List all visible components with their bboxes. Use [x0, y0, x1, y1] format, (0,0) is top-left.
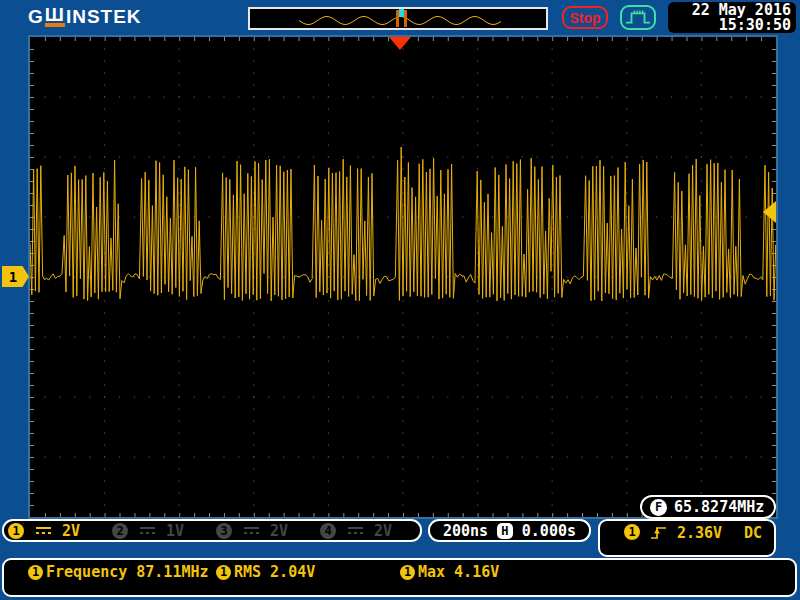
- logo-g: G: [28, 6, 44, 28]
- rising-edge-icon: [650, 524, 667, 541]
- channel-3-badge: 3: [216, 523, 232, 539]
- measurement-bar: 1 Frequency 87.11MHz 1 RMS 2.04V 1 Max 4…: [2, 558, 797, 597]
- logo-instek: INSTEK: [66, 6, 142, 28]
- timebase-scale: 200ns: [443, 522, 488, 540]
- burst-pulse-icon: [625, 9, 651, 27]
- channel-status-bar: 1 2V 2 1V 3 2V 4 2V: [2, 519, 422, 542]
- measurement-label: Frequency: [46, 563, 127, 581]
- frequency-counter-value: 65.8274MHz: [674, 498, 764, 516]
- measurement-label: RMS: [234, 563, 261, 581]
- channel-4-status[interactable]: 4 2V: [320, 522, 402, 539]
- preview-trigger-marker: [399, 9, 404, 17]
- horizontal-main-icon: H: [497, 523, 513, 539]
- time-text: 15:30:50: [673, 18, 791, 33]
- preview-window-right-bracket: [404, 10, 407, 27]
- trigger-status[interactable]: 1 2.36V DC: [598, 519, 776, 557]
- measurement-source-badge: 1: [28, 565, 43, 580]
- horizontal-position: 0.000s: [522, 522, 576, 540]
- timebase-status[interactable]: 200ns H 0.000s: [428, 519, 591, 542]
- stop-button[interactable]: Stop: [562, 6, 608, 29]
- waveform-trace: [30, 37, 776, 517]
- dc-coupling-icon: [348, 527, 363, 534]
- channel-2-badge: 2: [112, 523, 128, 539]
- channel-1-scale: 2V: [62, 522, 90, 540]
- channel-4-badge: 4: [320, 523, 336, 539]
- measurement-frequency: 1 Frequency 87.11MHz: [28, 563, 209, 581]
- dc-coupling-icon: [140, 527, 155, 534]
- trigger-coupling: DC: [744, 524, 762, 542]
- dc-coupling-icon: [244, 527, 259, 534]
- frequency-counter-icon: F: [650, 499, 667, 516]
- gwinstek-logo: GШINSTEK: [28, 6, 142, 28]
- datetime-display: 22 May 2016 15:30:50: [668, 2, 796, 33]
- channel-3-status[interactable]: 3 2V: [216, 522, 298, 539]
- measurement-label: Max: [418, 563, 445, 581]
- measurement-value: 87.11MHz: [136, 563, 208, 581]
- trigger-type-button[interactable]: [620, 5, 656, 30]
- channel1-ground-marker[interactable]: 1: [2, 266, 29, 287]
- waveform-display-area: [30, 37, 776, 517]
- measurement-value: 4.16V: [454, 563, 499, 581]
- dc-coupling-icon: [36, 527, 51, 534]
- frequency-counter: F 65.8274MHz: [640, 495, 776, 519]
- channel-4-scale: 2V: [374, 522, 402, 540]
- measurement-rms: 1 RMS 2.04V: [216, 563, 315, 581]
- trigger-source-badge: 1: [624, 524, 640, 540]
- channel-3-scale: 2V: [270, 522, 298, 540]
- logo-w-glyph: Ш: [45, 6, 65, 27]
- measurement-value: 2.04V: [270, 563, 315, 581]
- acquisition-preview-strip: [248, 7, 548, 30]
- measurement-source-badge: 1: [400, 565, 415, 580]
- trigger-level: 2.36V: [677, 524, 722, 542]
- channel-2-scale: 1V: [166, 522, 194, 540]
- measurement-source-badge: 1: [216, 565, 231, 580]
- channel-1-status[interactable]: 1 2V: [8, 522, 90, 539]
- channel-2-status[interactable]: 2 1V: [112, 522, 194, 539]
- channel-1-badge: 1: [8, 523, 24, 539]
- measurement-max: 1 Max 4.16V: [400, 563, 499, 581]
